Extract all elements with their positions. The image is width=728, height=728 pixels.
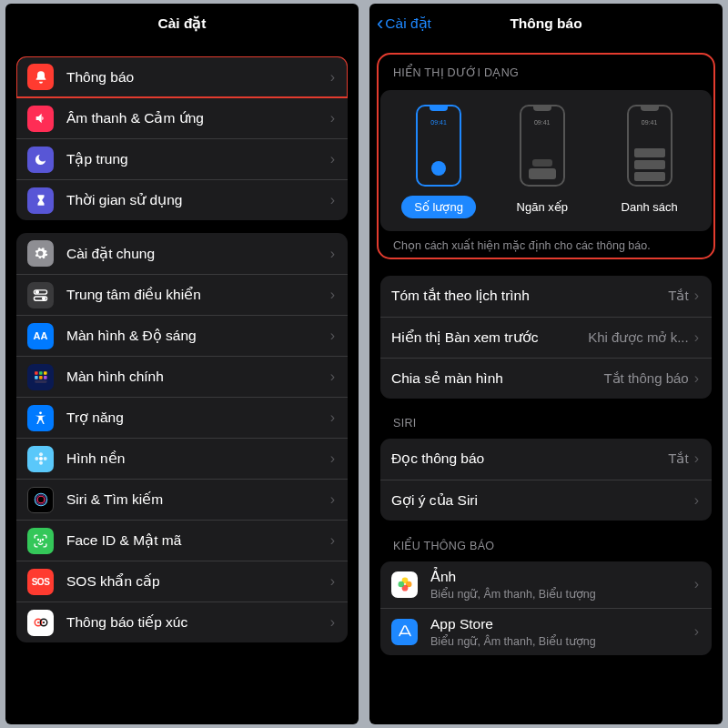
- siri-group: Đọc thông báo Tắt › Gợi ý của Siri ›: [380, 439, 712, 521]
- row-label: Thông báo tiếp xúc: [66, 614, 330, 631]
- row-focus[interactable]: Tập trung ›: [16, 138, 348, 179]
- appstore-icon: [391, 619, 418, 645]
- chevron-right-icon: ›: [694, 623, 699, 640]
- navbar: ‹ Cài đặt Thông báo: [369, 4, 723, 44]
- row-controlcenter[interactable]: Trung tâm điều khiển ›: [16, 274, 348, 315]
- row-label: Đọc thông báo: [391, 450, 668, 467]
- option-count[interactable]: 09:41 Số lượng: [401, 105, 476, 218]
- section-footer: Chọn cách xuất hiện mặc định cho các thô…: [380, 231, 712, 256]
- option-label: Số lượng: [401, 196, 476, 218]
- row-sos[interactable]: SOS SOS khẩn cấp ›: [16, 561, 348, 602]
- row-label: Âm thanh & Cảm ứng: [66, 110, 330, 126]
- row-scheduled-summary[interactable]: Tóm tắt theo lịch trình Tắt ›: [380, 276, 712, 317]
- row-announce[interactable]: Đọc thông báo Tắt ›: [380, 439, 712, 480]
- svg-point-3: [43, 297, 46, 299]
- chevron-right-icon: ›: [330, 246, 335, 262]
- style-group: Ảnh Biểu ngữ, Âm thanh, Biểu tượng › App…: [380, 561, 712, 655]
- row-accessibility[interactable]: Trợ năng ›: [16, 397, 348, 438]
- app-text: App Store Biểu ngữ, Âm thanh, Biểu tượng: [430, 616, 694, 648]
- svg-point-16: [43, 457, 46, 460]
- settings-group-1: Thông báo › Âm thanh & Cảm ứng › Tập tru…: [16, 56, 348, 220]
- display-as-group: 09:41 Số lượng 09:41 Ngăn xếp 09:41: [380, 90, 712, 231]
- row-screen-sharing[interactable]: Chia sẻ màn hình Tắt thông báo ›: [380, 358, 712, 399]
- svg-point-18: [37, 496, 45, 503]
- row-label: Hình nền: [66, 450, 330, 467]
- app-text: Ảnh Biểu ngữ, Âm thanh, Biểu tượng: [430, 569, 694, 601]
- row-general[interactable]: Cài đặt chung ›: [16, 233, 348, 274]
- svg-point-15: [35, 457, 38, 460]
- chevron-right-icon: ›: [330, 410, 335, 426]
- row-label: Cài đặt chung: [66, 246, 330, 262]
- svg-point-14: [39, 461, 43, 465]
- row-exposure[interactable]: Thông báo tiếp xúc ›: [16, 602, 348, 642]
- exposure-icon: [27, 610, 54, 636]
- row-notifications[interactable]: Thông báo ›: [16, 56, 348, 97]
- svg-point-11: [39, 411, 42, 414]
- row-siri[interactable]: Siri & Tìm kiếm ›: [16, 479, 348, 520]
- app-row-photos[interactable]: Ảnh Biểu ngữ, Âm thanh, Biểu tượng ›: [380, 561, 712, 608]
- option-label: Ngăn xếp: [504, 196, 581, 218]
- row-label: Màn hình & Độ sáng: [66, 328, 330, 344]
- chevron-right-icon: ›: [694, 492, 699, 509]
- chevron-right-icon: ›: [694, 370, 699, 387]
- row-label: Màn hình chính: [66, 369, 330, 385]
- section-header-style: KIỂU THÔNG BÁO: [380, 521, 712, 558]
- row-label: Trợ năng: [66, 410, 330, 426]
- bell-icon: [27, 64, 54, 90]
- row-label: Siri & Tìm kiếm: [66, 491, 330, 508]
- notifications-screen: ‹ Cài đặt Thông báo HIỂN THỊ DƯỚI DẠNG 0…: [369, 4, 723, 724]
- chevron-right-icon: ›: [330, 614, 335, 631]
- row-value: Khi được mở k...: [588, 329, 689, 346]
- svg-point-20: [37, 539, 38, 540]
- chevron-right-icon: ›: [330, 110, 335, 126]
- display-as-options: 09:41 Số lượng 09:41 Ngăn xếp 09:41: [380, 90, 712, 231]
- page-title: Cài đặt: [157, 15, 206, 32]
- row-label: Trung tâm điều khiển: [66, 287, 330, 303]
- option-stack[interactable]: 09:41 Ngăn xếp: [504, 105, 581, 218]
- chevron-right-icon: ›: [330, 491, 335, 508]
- svg-point-13: [39, 452, 43, 456]
- row-display[interactable]: AA Màn hình & Độ sáng ›: [16, 315, 348, 356]
- siri-icon: [27, 487, 54, 513]
- settings-screen: Cài đặt Thông báo › Âm thanh & Cảm ứng ›: [5, 4, 359, 724]
- row-value: Tắt: [668, 288, 688, 304]
- back-label: Cài đặt: [385, 15, 431, 32]
- row-wallpaper[interactable]: Hình nền ›: [16, 438, 348, 479]
- gear-icon: [27, 240, 54, 267]
- row-label: Gợi ý của Siri: [391, 492, 694, 509]
- svg-point-23: [36, 622, 38, 623]
- row-siri-suggestions[interactable]: Gợi ý của Siri ›: [380, 480, 712, 521]
- chevron-right-icon: ›: [330, 573, 335, 590]
- phone-preview-icon: 09:41: [416, 105, 461, 187]
- option-list[interactable]: 09:41 Danh sách: [609, 105, 691, 218]
- svg-point-1: [36, 290, 39, 293]
- back-button[interactable]: ‹ Cài đặt: [377, 12, 431, 35]
- row-screentime[interactable]: Thời gian sử dụng ›: [16, 179, 348, 220]
- row-label: Thời gian sử dụng: [66, 192, 330, 208]
- app-subtitle: Biểu ngữ, Âm thanh, Biểu tượng: [430, 634, 694, 648]
- row-label: Face ID & Mật mã: [66, 532, 330, 549]
- row-label: Hiển thị Bàn xem trước: [391, 329, 588, 346]
- section-header: HIỂN THỊ DƯỚI DẠNG: [380, 56, 712, 85]
- row-sounds[interactable]: Âm thanh & Cảm ứng ›: [16, 97, 348, 138]
- chevron-right-icon: ›: [694, 329, 699, 346]
- moon-icon: [27, 147, 54, 173]
- chevron-right-icon: ›: [330, 532, 335, 549]
- phone-preview-icon: 09:41: [520, 105, 565, 187]
- svg-rect-6: [44, 371, 47, 375]
- svg-rect-8: [39, 376, 43, 379]
- chevron-right-icon: ›: [330, 328, 335, 344]
- app-title: App Store: [430, 616, 694, 632]
- row-faceid[interactable]: Face ID & Mật mã ›: [16, 520, 348, 561]
- page-title: Thông báo: [510, 15, 581, 32]
- settings-group: Tóm tắt theo lịch trình Tắt › Hiển thị B…: [380, 276, 712, 399]
- chevron-right-icon: ›: [330, 369, 335, 385]
- svg-rect-5: [39, 371, 43, 375]
- svg-point-12: [39, 457, 43, 460]
- row-show-previews[interactable]: Hiển thị Bàn xem trước Khi được mở k... …: [380, 317, 712, 358]
- chevron-right-icon: ›: [330, 151, 335, 167]
- app-row-appstore[interactable]: App Store Biểu ngữ, Âm thanh, Biểu tượng…: [380, 608, 712, 655]
- row-homescreen[interactable]: Màn hình chính ›: [16, 356, 348, 397]
- svg-point-21: [42, 539, 43, 540]
- svg-point-29: [398, 581, 404, 588]
